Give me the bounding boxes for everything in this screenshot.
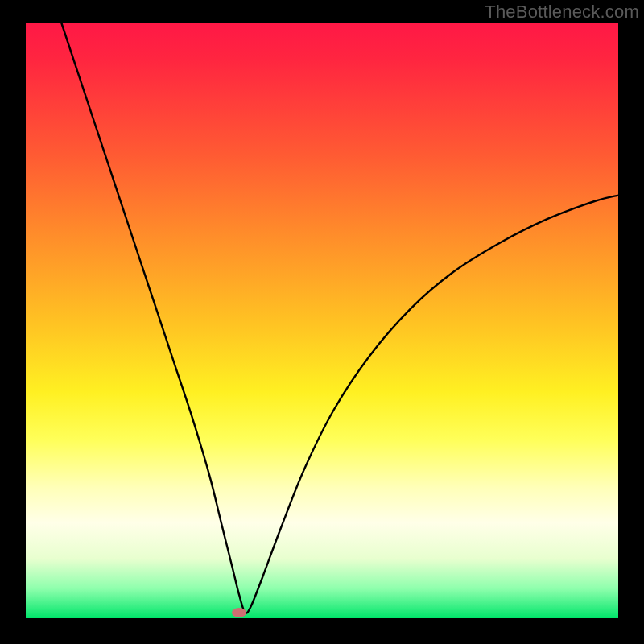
bottleneck-curve	[26, 23, 618, 618]
optimum-marker	[232, 608, 246, 617]
watermark-text: TheBottleneck.com	[485, 2, 639, 23]
plot-area	[26, 23, 618, 618]
curve-path	[61, 23, 618, 613]
chart-container: TheBottleneck.com	[0, 0, 644, 644]
